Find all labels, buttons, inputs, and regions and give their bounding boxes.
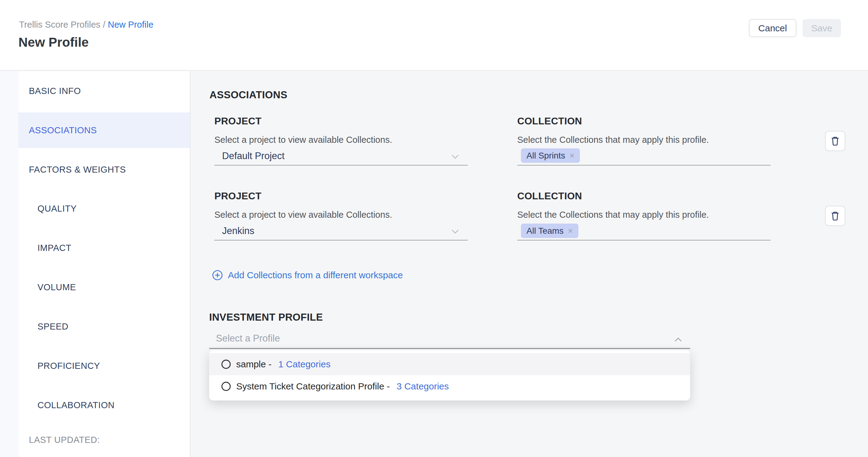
project-helper-2: Select a project to view available Colle… — [214, 210, 392, 220]
collection-chip-all-sprints: All Sprints × — [521, 148, 580, 163]
add-collections-link[interactable]: Add Collections from a different workspa… — [211, 269, 403, 281]
investment-profile-placeholder: Select a Profile — [216, 333, 280, 344]
profile-option-system-ticket[interactable]: System Ticket Categorization Profile - 3… — [209, 375, 690, 397]
sidebar-item-associations[interactable]: ASSOCIATIONS — [19, 113, 190, 148]
section-title: ASSOCIATIONS — [210, 89, 287, 101]
delete-association-button-2[interactable] — [825, 206, 845, 226]
plus-circle-icon — [211, 269, 224, 281]
sidebar-nav: BASIC INFO ASSOCIATIONS FACTORS & WEIGHT… — [19, 71, 190, 457]
collection-chip-all-teams: All Teams × — [521, 223, 578, 238]
collection-underline-1 — [517, 165, 771, 165]
profile-option-sample[interactable]: sample - 1 Categories — [209, 353, 690, 375]
page-title: New Profile — [19, 35, 89, 50]
sidebar-item-speed[interactable]: SPEED — [19, 309, 190, 344]
project-label-1: PROJECT — [214, 116, 261, 127]
sidebar-item-proficiency[interactable]: PROFICIENCY — [19, 348, 190, 384]
sidebar-item-quality[interactable]: QUALITY — [19, 191, 190, 226]
investment-profile-label: INVESTMENT PROFILE — [209, 311, 323, 323]
sidebar-item-impact[interactable]: IMPACT — [19, 230, 190, 266]
project-select-value-2: Jenkins — [222, 225, 254, 237]
delete-association-button-1[interactable] — [825, 131, 845, 151]
chip-label: All Teams — [526, 226, 564, 236]
sidebar-item-last-updated: LAST UPDATED: — [19, 422, 190, 457]
sidebar-item-collaboration[interactable]: COLLABORATION — [19, 387, 190, 423]
project-select-underline-1 — [214, 165, 468, 165]
profile-option-name: sample - — [236, 359, 272, 369]
collection-label-1: COLLECTION — [517, 116, 582, 127]
collection-helper-2: Select the Collections that may apply th… — [517, 210, 709, 220]
collection-helper-1: Select the Collections that may apply th… — [517, 135, 709, 145]
breadcrumb-parent[interactable]: Trellis Score Profiles — [19, 20, 100, 29]
chip-remove-icon[interactable]: × — [568, 226, 573, 236]
associations-panel: ASSOCIATIONS PROJECT Select a project to… — [191, 71, 868, 457]
trash-icon — [830, 135, 841, 147]
cancel-button[interactable]: Cancel — [749, 19, 797, 37]
sidebar-item-volume[interactable]: VOLUME — [19, 269, 190, 305]
radio-icon — [221, 382, 231, 391]
radio-icon — [221, 360, 231, 369]
profile-option-categories-link[interactable]: 1 Categories — [278, 359, 331, 369]
collection-label-2: COLLECTION — [517, 190, 582, 202]
profile-option-categories-link[interactable]: 3 Categories — [397, 381, 449, 392]
investment-profile-dropdown: sample - 1 Categories System Ticket Cate… — [209, 350, 690, 400]
project-select-underline-2 — [214, 240, 468, 241]
page-header: Trellis Score Profiles / New Profile New… — [0, 0, 868, 71]
save-button[interactable]: Save — [803, 19, 841, 37]
profile-option-name: System Ticket Categorization Profile - — [236, 381, 390, 392]
left-rail — [0, 71, 19, 457]
chip-remove-icon[interactable]: × — [569, 151, 575, 161]
sidebar-item-basic-info[interactable]: BASIC INFO — [19, 73, 190, 109]
breadcrumb-current[interactable]: New Profile — [108, 20, 153, 29]
project-select-value-1: Default Project — [222, 151, 284, 161]
chevron-down-icon — [449, 225, 461, 238]
breadcrumb-separator: / — [100, 20, 108, 29]
chevron-down-icon — [449, 151, 461, 163]
add-collections-link-label: Add Collections from a different workspa… — [228, 270, 403, 280]
project-helper-1: Select a project to view available Colle… — [214, 135, 392, 145]
chevron-up-icon — [672, 334, 684, 346]
chip-label: All Sprints — [526, 151, 565, 161]
project-label-2: PROJECT — [214, 190, 261, 202]
header-actions: Cancel Save — [749, 19, 841, 37]
breadcrumb: Trellis Score Profiles / New Profile — [19, 19, 153, 30]
app-root: Trellis Score Profiles / New Profile New… — [0, 0, 868, 457]
trash-icon — [830, 210, 841, 221]
investment-profile-underline — [209, 348, 690, 349]
collection-underline-2 — [517, 240, 771, 241]
sidebar-item-factors-weights[interactable]: FACTORS & WEIGHTS — [19, 152, 190, 187]
